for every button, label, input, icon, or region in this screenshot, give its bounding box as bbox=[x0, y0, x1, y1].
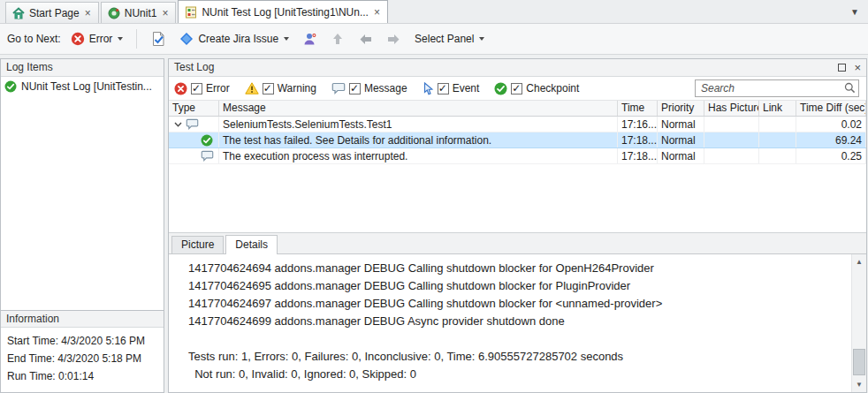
log-row[interactable]: The test has failed. See Details for add… bbox=[169, 132, 866, 148]
arrow-up-icon bbox=[331, 32, 345, 46]
error-icon bbox=[174, 82, 187, 95]
column-header[interactable]: Time Diff (sec) bbox=[796, 101, 866, 116]
log-row[interactable]: SeleniumTests.SeleniumTests.Test1 17:16.… bbox=[169, 117, 866, 132]
priority-cell: Normal bbox=[658, 148, 704, 163]
filter-label: Message bbox=[364, 82, 407, 94]
tab-nunit-test-log[interactable]: NUnit Test Log [UnitTesting1\NUn... × bbox=[178, 0, 388, 23]
close-icon[interactable]: × bbox=[84, 8, 92, 19]
log-row[interactable]: The execution process was interrupted. 1… bbox=[169, 148, 866, 164]
scroll-down-icon[interactable]: ▼ bbox=[852, 377, 866, 392]
search-icon bbox=[844, 82, 856, 94]
filter-label: Error bbox=[206, 82, 230, 94]
jira-icon bbox=[179, 32, 194, 46]
project-icon bbox=[108, 7, 120, 19]
run-time-text: Run Time: 0:01:14 bbox=[7, 367, 157, 385]
go-to-next-label: Go to Next: bbox=[7, 33, 61, 45]
column-header[interactable]: Priority bbox=[658, 101, 704, 116]
column-header[interactable]: Time bbox=[618, 101, 658, 116]
tab-label: NUnit1 bbox=[125, 7, 157, 19]
detail-tabs: Picture Details bbox=[169, 232, 866, 253]
details-line: 1417704624694 addons.manager DEBUG Calli… bbox=[188, 260, 846, 277]
details-line: 1417704624695 addons.manager DEBUG Calli… bbox=[188, 277, 846, 295]
error-checkbox[interactable] bbox=[191, 83, 202, 94]
column-header[interactable]: Type bbox=[169, 101, 219, 116]
column-header[interactable]: Message bbox=[219, 101, 618, 116]
create-jira-issue-button[interactable]: Create Jira Issue bbox=[176, 29, 293, 49]
details-text: 1417704624694 addons.manager DEBUG Calli… bbox=[169, 254, 851, 392]
message-cell: SeleniumTests.SeleniumTests.Test1 bbox=[219, 117, 618, 132]
vertical-scrollbar[interactable]: ▲ ▼ bbox=[851, 254, 866, 392]
search-input[interactable] bbox=[695, 79, 859, 97]
message-cell: The execution process was interrupted. bbox=[219, 148, 618, 163]
filter-warning: Warning bbox=[245, 82, 316, 94]
message-icon bbox=[201, 150, 214, 162]
event-checkbox[interactable] bbox=[438, 83, 449, 94]
arrow-right-icon bbox=[386, 33, 401, 46]
details-line: Not run: 0, Invalid: 0, Ignored: 0, Skip… bbox=[188, 366, 846, 383]
checkpoint-checkbox[interactable] bbox=[511, 83, 522, 94]
priority-cell: Normal bbox=[658, 132, 704, 147]
previous-item-button[interactable] bbox=[354, 30, 377, 49]
log-items-header: Log Items bbox=[1, 59, 164, 77]
has-picture-cell bbox=[704, 148, 759, 163]
float-panel-icon[interactable] bbox=[838, 64, 846, 72]
close-panel-icon[interactable]: × bbox=[854, 62, 861, 73]
post-issue-button[interactable] bbox=[147, 28, 170, 49]
test-log-icon bbox=[185, 6, 197, 19]
filter-label: Checkpoint bbox=[526, 82, 579, 94]
event-icon bbox=[423, 82, 434, 95]
log-items-tree: NUnit Test Log [UnitTestin... bbox=[1, 77, 164, 310]
tab-nunit1[interactable]: NUnit1 × bbox=[101, 2, 177, 23]
filter-bar: Error Warning Message Event bbox=[169, 77, 866, 101]
warning-icon bbox=[245, 82, 259, 94]
log-tree-item[interactable]: NUnit Test Log [UnitTestin... bbox=[1, 77, 164, 95]
test-log-title: Test Log bbox=[174, 59, 838, 76]
start-time-text: Start Time: 4/3/2020 5:16 PM bbox=[7, 332, 157, 350]
time-diff-cell: 69.24 bbox=[796, 132, 866, 147]
go-to-next-error-button[interactable]: Error bbox=[67, 29, 127, 49]
search-box bbox=[695, 79, 859, 97]
filter-error: Error bbox=[174, 82, 230, 95]
has-picture-cell bbox=[704, 132, 759, 147]
details-line: 1417704624699 addons.manager DEBUG Async… bbox=[188, 313, 846, 330]
next-item-button[interactable] bbox=[383, 30, 405, 49]
warning-checkbox[interactable] bbox=[263, 83, 274, 94]
message-icon bbox=[331, 82, 346, 94]
error-icon bbox=[71, 32, 85, 46]
message-cell: The test has failed. See Details for add… bbox=[219, 132, 618, 147]
error-button-label: Error bbox=[89, 33, 113, 45]
grid-empty-area bbox=[169, 164, 866, 232]
message-checkbox[interactable] bbox=[349, 83, 361, 94]
checkpoint-icon bbox=[201, 134, 213, 147]
filter-label: Event bbox=[453, 82, 480, 94]
time-cell: 17:16... bbox=[618, 117, 658, 132]
checkpoint-icon bbox=[494, 82, 507, 95]
tab-details[interactable]: Details bbox=[225, 235, 278, 254]
tab-list-dropdown-icon[interactable]: ▼ bbox=[850, 7, 859, 17]
tab-start-page[interactable]: Start Page × bbox=[5, 2, 99, 23]
column-header[interactable]: Has Picture bbox=[704, 101, 759, 116]
toolbar-separator bbox=[136, 29, 137, 49]
tab-label: NUnit Test Log [UnitTesting1\NUn... bbox=[202, 6, 369, 19]
log-grid-header: Type Message Time Priority Has Picture L… bbox=[169, 101, 866, 117]
expander-icon[interactable] bbox=[172, 122, 184, 127]
link-cell bbox=[759, 132, 796, 147]
home-icon bbox=[12, 7, 25, 19]
scrollbar-thumb[interactable] bbox=[853, 349, 865, 375]
scroll-up-icon[interactable]: ▲ bbox=[852, 254, 866, 269]
details-line: Tests run: 1, Errors: 0, Failures: 0, In… bbox=[188, 348, 846, 366]
close-icon[interactable]: × bbox=[373, 7, 381, 18]
jira-user-button[interactable] bbox=[299, 29, 321, 49]
priority-cell: Normal bbox=[658, 117, 704, 132]
close-icon[interactable]: × bbox=[161, 8, 169, 19]
column-header[interactable]: Link bbox=[759, 101, 796, 116]
tab-picture[interactable]: Picture bbox=[171, 236, 224, 253]
chevron-down-icon bbox=[118, 37, 123, 41]
has-picture-cell bbox=[704, 117, 759, 132]
up-one-level-button[interactable] bbox=[327, 29, 348, 49]
create-jira-issue-label: Create Jira Issue bbox=[198, 33, 278, 45]
log-toolbar: Go to Next: Error Create Jira Issue bbox=[0, 24, 868, 55]
log-items-panel: Log Items NUnit Test Log [UnitTestin... … bbox=[0, 58, 164, 393]
select-panel-button[interactable]: Select Panel bbox=[411, 30, 488, 48]
time-cell: 17:18... bbox=[618, 148, 658, 163]
